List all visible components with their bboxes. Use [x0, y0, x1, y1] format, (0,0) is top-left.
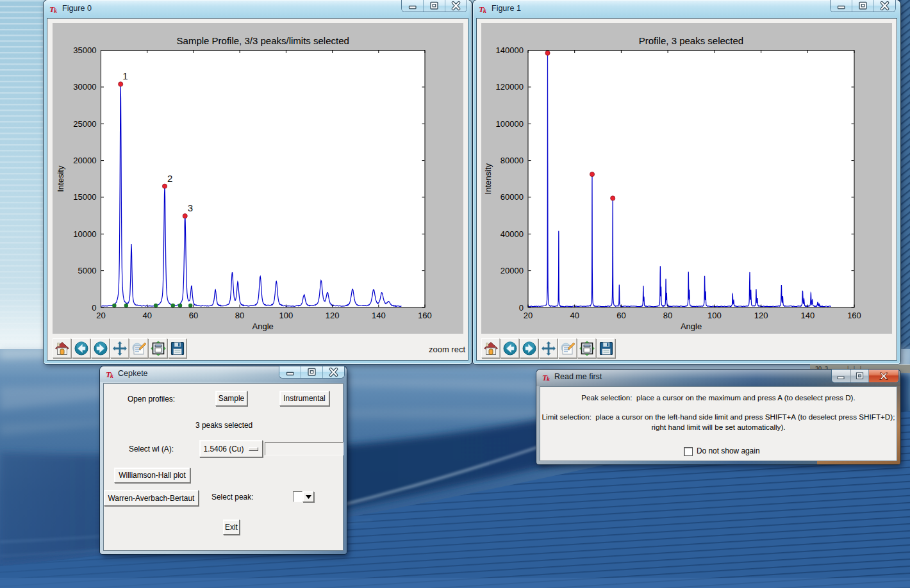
- svg-text:Angle: Angle: [681, 322, 702, 331]
- svg-text:160: 160: [418, 311, 432, 320]
- svg-text:20000: 20000: [500, 266, 524, 275]
- svg-text:Intensity: Intensity: [483, 163, 493, 194]
- svg-text:40: 40: [570, 311, 579, 320]
- svg-text:k: k: [110, 372, 113, 379]
- svg-text:Sample Profile, 3/3 peaks/limi: Sample Profile, 3/3 peaks/limits selecte…: [177, 35, 349, 46]
- svg-text:100: 100: [707, 311, 722, 320]
- svg-text:100: 100: [279, 311, 294, 320]
- svg-text:140: 140: [372, 311, 386, 320]
- svg-text:Intesity: Intesity: [56, 165, 66, 192]
- svg-text:60: 60: [616, 311, 625, 320]
- svg-text:5000: 5000: [78, 266, 97, 275]
- svg-text:k: k: [483, 7, 486, 13]
- svg-text:25000: 25000: [73, 119, 96, 129]
- svg-text:80: 80: [663, 311, 672, 320]
- svg-text:35000: 35000: [73, 45, 96, 55]
- svg-text:80: 80: [235, 311, 244, 320]
- svg-text:100000: 100000: [496, 119, 524, 129]
- svg-text:2: 2: [167, 173, 172, 184]
- svg-text:120000: 120000: [496, 82, 524, 92]
- svg-text:40: 40: [142, 311, 151, 320]
- svg-text:20: 20: [96, 311, 105, 320]
- svg-text:30000: 30000: [73, 82, 96, 92]
- svg-text:k: k: [547, 375, 550, 382]
- svg-text:Profile, 3 peaks selected: Profile, 3 peaks selected: [639, 35, 743, 46]
- svg-text:3: 3: [188, 202, 193, 213]
- svg-text:k: k: [54, 7, 57, 13]
- svg-text:60000: 60000: [500, 192, 524, 202]
- svg-text:80000: 80000: [500, 156, 524, 165]
- svg-text:60: 60: [189, 311, 198, 320]
- svg-text:140: 140: [800, 311, 815, 320]
- svg-text:20: 20: [524, 311, 533, 320]
- svg-text:10000: 10000: [73, 229, 96, 239]
- svg-text:Angle: Angle: [252, 322, 274, 331]
- svg-text:120: 120: [326, 311, 340, 320]
- svg-text:20000: 20000: [73, 156, 96, 165]
- svg-text:15000: 15000: [73, 192, 96, 202]
- svg-text:160: 160: [847, 311, 861, 320]
- svg-text:120: 120: [754, 311, 768, 320]
- svg-text:1: 1: [122, 70, 128, 81]
- svg-text:40000: 40000: [500, 229, 524, 239]
- svg-text:140000: 140000: [496, 45, 524, 55]
